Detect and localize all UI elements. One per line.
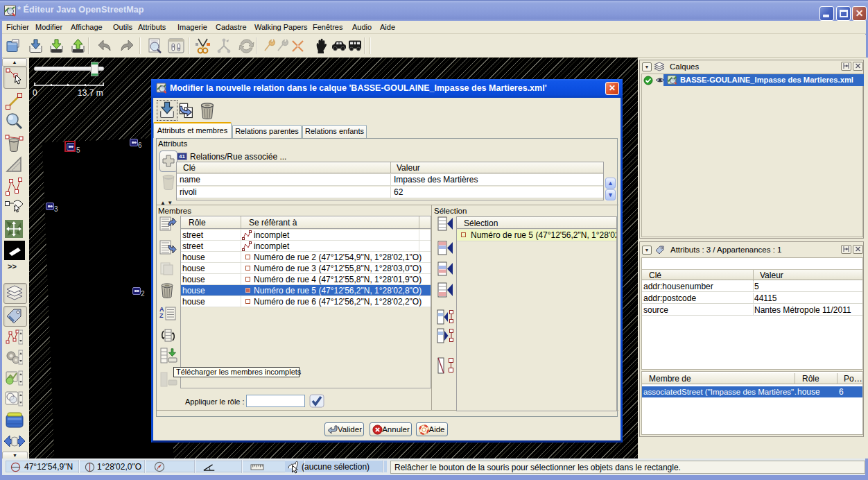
svg-text:13.7 m: 13.7 m <box>78 88 103 98</box>
svg-text:0: 0 <box>33 88 37 98</box>
